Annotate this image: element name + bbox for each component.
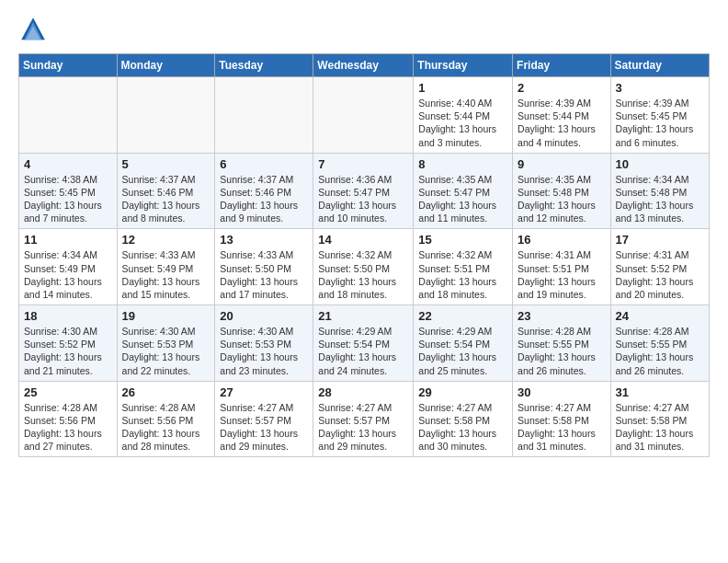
day-number: 15: [418, 233, 507, 247]
calendar-cell: 9Sunrise: 4:35 AM Sunset: 5:48 PM Daylig…: [513, 153, 611, 229]
calendar-cell: 25Sunrise: 4:28 AM Sunset: 5:56 PM Dayli…: [19, 381, 118, 457]
header-row: SundayMondayTuesdayWednesdayThursdayFrid…: [19, 54, 710, 77]
day-info: Sunrise: 4:39 AM Sunset: 5:44 PM Dayligh…: [518, 97, 606, 149]
day-info: Sunrise: 4:27 AM Sunset: 5:58 PM Dayligh…: [418, 401, 507, 454]
calendar-cell: [19, 77, 118, 154]
calendar-cell: 8Sunrise: 4:35 AM Sunset: 5:47 PM Daylig…: [414, 153, 513, 229]
calendar-cell: 29Sunrise: 4:27 AM Sunset: 5:58 PM Dayli…: [414, 381, 513, 457]
day-info: Sunrise: 4:28 AM Sunset: 5:55 PM Dayligh…: [518, 325, 606, 377]
calendar-cell: 20Sunrise: 4:30 AM Sunset: 5:53 PM Dayli…: [215, 305, 313, 382]
calendar-cell: 6Sunrise: 4:37 AM Sunset: 5:46 PM Daylig…: [215, 153, 313, 229]
calendar-row: 18Sunrise: 4:30 AM Sunset: 5:52 PM Dayli…: [19, 305, 710, 382]
calendar-table: SundayMondayTuesdayWednesdayThursdayFrid…: [18, 53, 710, 457]
calendar-cell: 10Sunrise: 4:34 AM Sunset: 5:48 PM Dayli…: [610, 153, 709, 229]
calendar-cell: 11Sunrise: 4:34 AM Sunset: 5:49 PM Dayli…: [19, 229, 118, 305]
day-number: 19: [122, 309, 210, 323]
calendar-cell: 23Sunrise: 4:28 AM Sunset: 5:55 PM Dayli…: [513, 305, 611, 382]
day-number: 10: [616, 157, 704, 171]
logo: [18, 15, 51, 44]
calendar-cell: 22Sunrise: 4:29 AM Sunset: 5:54 PM Dayli…: [414, 305, 513, 382]
calendar-cell: 7Sunrise: 4:36 AM Sunset: 5:47 PM Daylig…: [313, 153, 414, 229]
calendar-cell: 21Sunrise: 4:29 AM Sunset: 5:54 PM Dayli…: [313, 305, 414, 382]
calendar-cell: [117, 77, 215, 154]
day-info: Sunrise: 4:28 AM Sunset: 5:56 PM Dayligh…: [24, 401, 112, 454]
calendar-cell: 14Sunrise: 4:32 AM Sunset: 5:50 PM Dayli…: [313, 229, 414, 305]
header-cell-sunday: Sunday: [19, 54, 118, 77]
day-number: 6: [220, 157, 308, 171]
calendar-cell: 2Sunrise: 4:39 AM Sunset: 5:44 PM Daylig…: [513, 77, 611, 154]
day-number: 14: [318, 233, 408, 247]
calendar-row: 11Sunrise: 4:34 AM Sunset: 5:49 PM Dayli…: [19, 229, 710, 305]
day-info: Sunrise: 4:27 AM Sunset: 5:57 PM Dayligh…: [220, 401, 308, 454]
day-number: 2: [518, 81, 606, 95]
day-info: Sunrise: 4:39 AM Sunset: 5:45 PM Dayligh…: [616, 97, 704, 149]
header-cell-saturday: Saturday: [610, 54, 709, 77]
day-number: 16: [518, 233, 606, 247]
day-info: Sunrise: 4:37 AM Sunset: 5:46 PM Dayligh…: [220, 173, 308, 225]
day-number: 25: [24, 385, 112, 399]
calendar-cell: 30Sunrise: 4:27 AM Sunset: 5:58 PM Dayli…: [513, 381, 611, 457]
day-info: Sunrise: 4:31 AM Sunset: 5:52 PM Dayligh…: [616, 248, 704, 301]
day-info: Sunrise: 4:33 AM Sunset: 5:50 PM Dayligh…: [220, 248, 308, 301]
calendar-cell: 18Sunrise: 4:30 AM Sunset: 5:52 PM Dayli…: [19, 305, 118, 382]
day-info: Sunrise: 4:27 AM Sunset: 5:57 PM Dayligh…: [318, 401, 408, 454]
calendar-cell: [313, 77, 414, 154]
calendar-cell: 12Sunrise: 4:33 AM Sunset: 5:49 PM Dayli…: [117, 229, 215, 305]
day-info: Sunrise: 4:29 AM Sunset: 5:54 PM Dayligh…: [318, 325, 408, 377]
logo-icon: [18, 15, 48, 44]
calendar-cell: 27Sunrise: 4:27 AM Sunset: 5:57 PM Dayli…: [215, 381, 313, 457]
day-number: 1: [418, 81, 507, 95]
day-number: 7: [318, 157, 408, 171]
day-number: 31: [616, 385, 704, 399]
calendar-row: 4Sunrise: 4:38 AM Sunset: 5:45 PM Daylig…: [19, 153, 710, 229]
day-info: Sunrise: 4:38 AM Sunset: 5:45 PM Dayligh…: [24, 173, 112, 225]
day-info: Sunrise: 4:34 AM Sunset: 5:48 PM Dayligh…: [616, 173, 704, 225]
day-number: 27: [220, 385, 308, 399]
day-info: Sunrise: 4:35 AM Sunset: 5:47 PM Dayligh…: [418, 173, 507, 225]
calendar-cell: 4Sunrise: 4:38 AM Sunset: 5:45 PM Daylig…: [19, 153, 118, 229]
page-header: [18, 15, 710, 44]
calendar-page: SundayMondayTuesdayWednesdayThursdayFrid…: [0, 0, 728, 563]
day-info: Sunrise: 4:28 AM Sunset: 5:56 PM Dayligh…: [122, 401, 210, 454]
day-info: Sunrise: 4:29 AM Sunset: 5:54 PM Dayligh…: [418, 325, 507, 377]
day-number: 30: [518, 385, 606, 399]
day-number: 13: [220, 233, 308, 247]
day-info: Sunrise: 4:31 AM Sunset: 5:51 PM Dayligh…: [518, 248, 606, 301]
calendar-cell: 5Sunrise: 4:37 AM Sunset: 5:46 PM Daylig…: [117, 153, 215, 229]
calendar-cell: 28Sunrise: 4:27 AM Sunset: 5:57 PM Dayli…: [313, 381, 414, 457]
day-number: 18: [24, 309, 112, 323]
day-number: 26: [122, 385, 210, 399]
day-number: 28: [318, 385, 408, 399]
calendar-cell: 26Sunrise: 4:28 AM Sunset: 5:56 PM Dayli…: [117, 381, 215, 457]
calendar-cell: 16Sunrise: 4:31 AM Sunset: 5:51 PM Dayli…: [513, 229, 611, 305]
calendar-cell: 31Sunrise: 4:27 AM Sunset: 5:58 PM Dayli…: [610, 381, 709, 457]
day-info: Sunrise: 4:34 AM Sunset: 5:49 PM Dayligh…: [24, 248, 112, 301]
day-number: 17: [616, 233, 704, 247]
day-number: 23: [518, 309, 606, 323]
day-number: 22: [418, 309, 507, 323]
header-cell-wednesday: Wednesday: [313, 54, 414, 77]
day-info: Sunrise: 4:33 AM Sunset: 5:49 PM Dayligh…: [122, 248, 210, 301]
day-number: 11: [24, 233, 112, 247]
calendar-cell: 3Sunrise: 4:39 AM Sunset: 5:45 PM Daylig…: [610, 77, 709, 154]
day-info: Sunrise: 4:36 AM Sunset: 5:47 PM Dayligh…: [318, 173, 408, 225]
day-info: Sunrise: 4:28 AM Sunset: 5:55 PM Dayligh…: [616, 325, 704, 377]
day-info: Sunrise: 4:30 AM Sunset: 5:52 PM Dayligh…: [24, 325, 112, 377]
day-info: Sunrise: 4:27 AM Sunset: 5:58 PM Dayligh…: [518, 401, 606, 454]
day-info: Sunrise: 4:30 AM Sunset: 5:53 PM Dayligh…: [122, 325, 210, 377]
day-number: 21: [318, 309, 408, 323]
calendar-cell: 24Sunrise: 4:28 AM Sunset: 5:55 PM Dayli…: [610, 305, 709, 382]
header-cell-monday: Monday: [117, 54, 215, 77]
header-cell-friday: Friday: [513, 54, 611, 77]
calendar-row: 25Sunrise: 4:28 AM Sunset: 5:56 PM Dayli…: [19, 381, 710, 457]
day-number: 12: [122, 233, 210, 247]
day-number: 20: [220, 309, 308, 323]
day-info: Sunrise: 4:35 AM Sunset: 5:48 PM Dayligh…: [518, 173, 606, 225]
day-number: 5: [122, 157, 210, 171]
day-info: Sunrise: 4:37 AM Sunset: 5:46 PM Dayligh…: [122, 173, 210, 225]
calendar-cell: 19Sunrise: 4:30 AM Sunset: 5:53 PM Dayli…: [117, 305, 215, 382]
calendar-cell: [215, 77, 313, 154]
calendar-cell: 1Sunrise: 4:40 AM Sunset: 5:44 PM Daylig…: [414, 77, 513, 154]
day-number: 4: [24, 157, 112, 171]
calendar-cell: 15Sunrise: 4:32 AM Sunset: 5:51 PM Dayli…: [414, 229, 513, 305]
